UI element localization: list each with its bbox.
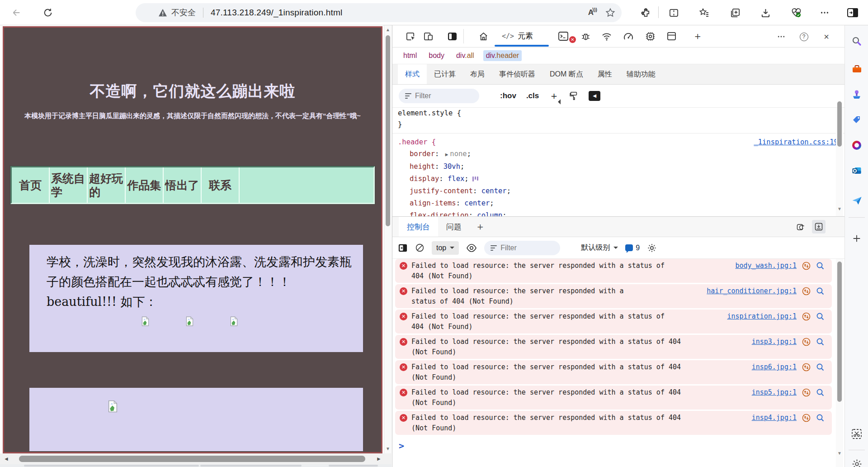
search-resource-icon[interactable] xyxy=(816,312,825,321)
devtools-more-icon[interactable] xyxy=(776,31,787,42)
element-style-open[interactable]: element.style { xyxy=(392,108,844,119)
address-bar[interactable]: 不安全 47.113.218.249/_1inspiration.html A)… xyxy=(136,3,622,22)
css-property-value[interactable]: column xyxy=(477,211,502,216)
search-resource-icon[interactable] xyxy=(816,287,825,295)
tab-elements[interactable]: </> 元素 xyxy=(495,25,540,47)
dock-side-icon[interactable] xyxy=(446,30,458,42)
css-property[interactable]: flex-direction: column; xyxy=(392,210,844,216)
css-property[interactable]: align-items: center; xyxy=(392,197,844,210)
styles-scrollbar[interactable]: ▼ xyxy=(836,108,843,216)
styles-tab[interactable]: DOM 断点 xyxy=(542,64,590,84)
page-horizontal-scrollbar[interactable]: ◄ ► xyxy=(0,453,392,464)
css-property-name[interactable]: justify-content xyxy=(410,187,473,195)
scroll-right-icon[interactable]: ► xyxy=(376,456,382,462)
clear-console-icon[interactable] xyxy=(415,243,425,253)
security-label[interactable]: 不安全 xyxy=(171,7,196,18)
refresh-icon[interactable] xyxy=(42,6,54,19)
scroll-left-icon[interactable]: ◄ xyxy=(4,456,9,462)
back-icon[interactable] xyxy=(10,6,23,19)
pseudo-state-button[interactable]: :hov xyxy=(500,91,516,100)
performance-tab-icon[interactable] xyxy=(623,30,634,42)
device-emulation-icon[interactable] xyxy=(422,30,434,42)
read-aloud-icon[interactable]: A))) xyxy=(588,8,594,17)
nav-item[interactable]: 作品集 xyxy=(126,167,164,203)
class-toggle-button[interactable]: .cls xyxy=(526,91,539,100)
reveal-request-icon[interactable] xyxy=(802,388,811,397)
downloads-icon[interactable] xyxy=(759,6,772,19)
nav-item[interactable]: 悟出了 xyxy=(164,167,202,203)
styles-filter-input[interactable]: Filter xyxy=(399,89,479,103)
reveal-request-icon[interactable] xyxy=(802,414,811,422)
reveal-request-icon[interactable] xyxy=(802,312,811,321)
styles-tab[interactable]: 事件侦听器 xyxy=(492,64,542,84)
css-property[interactable]: justify-content: center; xyxy=(392,185,844,197)
sidebar-games-icon[interactable] xyxy=(851,89,863,100)
element-style-close[interactable]: } xyxy=(392,119,844,130)
scroll-down-icon[interactable]: ▼ xyxy=(386,446,390,451)
console-source-link[interactable]: hair_conditioner.jpg:1 xyxy=(707,286,797,296)
inspect-element-icon[interactable] xyxy=(405,30,416,42)
css-selector[interactable]: .header { xyxy=(398,136,436,148)
sidebar-screenshot-icon[interactable] xyxy=(851,428,863,440)
favorite-star-icon[interactable] xyxy=(605,8,615,18)
styles-tab[interactable]: 布局 xyxy=(463,64,492,84)
sidebar-microsoft365-icon[interactable] xyxy=(851,139,863,151)
sidebar-outlook-icon[interactable] xyxy=(851,165,863,176)
settings-menu-icon[interactable] xyxy=(818,6,831,19)
console-refresh-icon[interactable] xyxy=(794,220,807,234)
nav-item[interactable]: 系统自学 xyxy=(50,167,88,203)
console-settings-icon[interactable] xyxy=(647,243,657,253)
favorites-list-icon[interactable] xyxy=(698,6,711,19)
console-drawer-tab[interactable]: 问题 xyxy=(438,217,470,237)
search-resource-icon[interactable] xyxy=(816,388,825,397)
add-drawer-tab-icon[interactable]: ＋ xyxy=(470,217,491,237)
console-source-link[interactable]: insp5.jpg:1 xyxy=(752,387,797,398)
console-filter-input[interactable]: Filter xyxy=(484,241,560,255)
horizontal-scroll-thumb[interactable] xyxy=(19,456,365,462)
console-drawer-tab[interactable]: 控制台 xyxy=(399,217,438,237)
reveal-request-icon[interactable] xyxy=(802,338,811,346)
styles-tab[interactable]: 属性 xyxy=(590,64,619,84)
console-context-selector[interactable]: top xyxy=(432,241,459,255)
page-vertical-scrollbar[interactable]: ▲ ▼ xyxy=(384,25,392,453)
nav-item[interactable]: 联系 xyxy=(202,167,240,203)
memory-tab-icon[interactable] xyxy=(644,30,656,42)
welcome-home-icon[interactable] xyxy=(477,30,489,42)
css-property-name[interactable]: height xyxy=(410,162,435,171)
console-source-link[interactable]: inspiration.jpg:1 xyxy=(727,311,797,322)
search-resource-icon[interactable] xyxy=(816,414,825,422)
rendering-brush-icon[interactable] xyxy=(569,91,579,101)
styles-tab[interactable]: 辅助功能 xyxy=(619,64,663,84)
console-source-link[interactable]: insp3.jpg:1 xyxy=(752,337,797,347)
nav-item[interactable]: 首页 xyxy=(12,167,50,203)
sidebar-toolbox-icon[interactable] xyxy=(851,63,863,75)
reveal-request-icon[interactable] xyxy=(802,363,811,372)
search-resource-icon[interactable] xyxy=(816,262,825,270)
css-property-value[interactable]: none xyxy=(450,150,467,158)
styles-tab[interactable]: 样式 xyxy=(398,64,427,84)
expand-triangle-icon[interactable]: ▶ xyxy=(445,152,448,157)
sources-debug-icon[interactable] xyxy=(580,30,591,42)
url-text[interactable]: 47.113.218.249/_1inspiration.html xyxy=(211,8,342,18)
sidebar-add-icon[interactable] xyxy=(851,233,863,244)
console-sidebar-icon[interactable] xyxy=(398,243,408,253)
css-property-value[interactable]: center xyxy=(481,187,507,195)
vertical-scroll-thumb[interactable] xyxy=(386,35,390,226)
computed-sidebar-toggle-icon[interactable]: ◄ xyxy=(589,91,600,101)
console-scrollbar[interactable]: ▼ xyxy=(836,259,843,467)
console-source-link[interactable]: insp6.jpg:1 xyxy=(752,362,797,372)
new-style-rule-icon[interactable]: ＋ xyxy=(549,89,559,103)
breadcrumb-item[interactable]: body xyxy=(426,50,447,61)
extensions-icon[interactable] xyxy=(639,6,652,19)
reveal-request-icon[interactable] xyxy=(802,262,811,270)
message-count[interactable]: 9 xyxy=(625,244,640,252)
console-source-link[interactable]: body_wash.jpg:1 xyxy=(736,261,797,271)
browser-essentials-icon[interactable] xyxy=(790,6,802,19)
scroll-up-icon[interactable]: ▲ xyxy=(386,27,390,32)
css-property-name[interactable]: align-items xyxy=(410,199,456,207)
nav-item[interactable]: 超好玩的 xyxy=(88,167,126,203)
css-property-value[interactable]: 30vh xyxy=(443,162,460,171)
sidebar-toggle-icon[interactable] xyxy=(846,6,859,19)
css-property[interactable]: display: flex; xyxy=(392,173,844,185)
more-tabs-icon[interactable]: ＋ xyxy=(692,30,703,42)
